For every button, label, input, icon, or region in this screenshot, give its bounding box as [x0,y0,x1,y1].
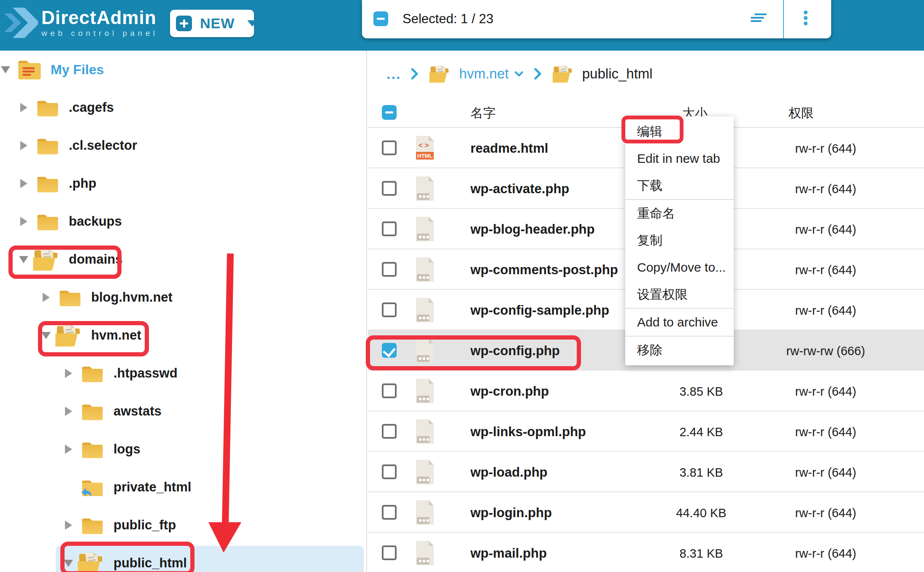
sidebar-item-label: My Files [51,62,104,78]
file-permissions: rw-r-r (644) [760,547,891,561]
row-checkbox[interactable] [382,505,397,520]
file-permissions: rw-r-r (644) [760,425,891,439]
open-folder-icon [77,550,108,572]
row-checkbox[interactable] [382,464,397,479]
caret-collapsed-icon[interactable] [20,217,27,226]
file-name[interactable]: wp-activate.php [470,181,569,197]
row-checkbox[interactable] [382,545,397,560]
file-icon [414,296,435,324]
table-row-wp-login-php[interactable]: wp-login.php44.40 KBrw-r-r (644) [368,492,924,533]
caret-collapsed-icon[interactable] [20,141,27,150]
file-name[interactable]: wp-mail.php [470,546,547,561]
caret-collapsed-icon[interactable] [65,369,72,378]
sidebar-file-tree: My Files .cagefs .cl.selector .php backu… [0,51,367,572]
sidebar-item-hvm-net[interactable]: hvm.net [0,316,366,354]
sidebar-item--php[interactable]: .php [0,165,366,202]
row-checkbox[interactable] [382,181,397,196]
caret-collapsed-icon[interactable] [65,407,72,416]
sidebar-item-label: .php [69,176,96,191]
context-menu-item-edit-in-new-tab[interactable]: Edit in new tab [625,145,734,172]
sidebar-item-label: public_ftp [113,518,176,533]
breadcrumb-chevron-icon [410,67,419,81]
table-row-wp-mail-php[interactable]: wp-mail.php8.31 KBrw-r-r (644) [368,533,924,572]
sidebar-item-logs[interactable]: logs [0,430,366,468]
context-menu-item-移除[interactable]: 移除 [625,337,734,364]
file-name[interactable]: wp-login.php [470,505,552,521]
file-permissions: rw-r-r (644) [760,385,891,399]
symlink-folder-icon [80,478,105,497]
breadcrumb-item-hvm-net[interactable]: hvm.net [459,66,508,82]
file-name[interactable]: readme.html [470,141,548,156]
sidebar-item-label: logs [113,442,140,457]
caret-collapsed-icon[interactable] [20,179,27,188]
file-name[interactable]: wp-config.php [470,343,560,359]
column-header-perms[interactable]: 权限 [789,105,814,122]
context-menu-item-add-to-archive[interactable]: Add to archive [625,309,734,336]
context-menu-item-复制[interactable]: 复制 [625,227,734,254]
breadcrumb-item-public-html: public_html [582,66,653,82]
table-row-wp-cron-php[interactable]: wp-cron.php3.85 KBrw-r-r (644) [368,371,924,411]
sidebar-item-public-ftp[interactable]: public_ftp [0,506,366,544]
header-select-checkbox[interactable] [382,105,397,120]
caret-expanded-icon[interactable] [19,256,28,263]
sidebar-item--htpasswd[interactable]: .htpasswd [0,354,366,392]
context-menu-item-下载[interactable]: 下载 [625,172,734,199]
row-checkbox[interactable] [382,383,397,398]
context-menu-item-设置权限[interactable]: 设置权限 [625,281,734,308]
caret-expanded-icon[interactable] [41,332,51,339]
file-name[interactable]: wp-cron.php [470,384,549,399]
sort-icon[interactable] [751,13,768,26]
caret-expanded-icon[interactable] [64,560,73,567]
row-checkbox[interactable] [382,140,397,155]
sidebar-item-my-files[interactable]: My Files [0,51,366,89]
file-name[interactable]: wp-links-opml.php [470,424,586,440]
context-menu-item-编辑[interactable]: 编辑 [625,118,734,145]
sidebar-item-label: blog.hvm.net [91,290,173,305]
sidebar-item-label: hvm.net [91,328,141,343]
caret-collapsed-icon[interactable] [65,521,72,530]
sidebar-item-backups[interactable]: backups [0,202,366,240]
sidebar-item-blog-hvm-net[interactable]: blog.hvm.net [0,278,366,316]
sidebar-item-awstats[interactable]: awstats [0,392,366,430]
brand: DirectAdmin web control panel [4,3,158,42]
sidebar-item-label: public_html [113,556,187,571]
file-name[interactable]: wp-config-sample.php [470,303,609,318]
more-options-icon[interactable] [804,11,808,28]
row-checkbox[interactable] [382,343,397,358]
context-menu-item-重命名[interactable]: 重命名 [625,200,734,227]
file-name[interactable]: wp-comments-post.php [470,262,618,278]
new-button[interactable]: NEW [170,10,254,37]
new-button-label: NEW [200,15,235,32]
caret-expanded-icon[interactable] [1,66,10,73]
file-permissions: rw-r-r (644) [760,142,891,156]
context-menu-item-copy-move-to-[interactable]: Copy/Move to... [625,254,734,281]
caret-collapsed-icon[interactable] [43,293,50,302]
file-size: 3.81 KB [646,466,756,480]
open-folder-icon [54,323,86,348]
breadcrumb-caret-down-icon[interactable] [514,70,524,77]
breadcrumb-ellipsis[interactable]: ... [386,66,401,82]
folder-icon [35,98,60,118]
column-header-name[interactable]: 名字 [470,105,496,122]
row-checkbox[interactable] [382,424,397,439]
sidebar-item-label: private_html [113,480,191,495]
table-row-wp-links-opml-php[interactable]: wp-links-opml.php2.44 KBrw-r-r (644) [368,411,924,452]
file-name[interactable]: wp-blog-header.php [470,222,595,237]
caret-collapsed-icon[interactable] [20,103,27,112]
select-all-checkbox[interactable] [373,11,388,26]
file-icon [414,175,435,202]
sidebar-item-private-html[interactable]: private_html [0,468,366,506]
caret-collapsed-icon[interactable] [65,445,72,454]
file-permissions: rw-r-r (644) [760,506,891,520]
sidebar-item--cagefs[interactable]: .cagefs [0,89,366,127]
toolbar-divider [783,0,784,38]
file-name[interactable]: wp-load.php [470,465,548,480]
sidebar-item--cl-selector[interactable]: .cl.selector [0,127,366,165]
sidebar-item-domains[interactable]: domains [0,240,366,278]
row-checkbox[interactable] [382,221,397,236]
row-checkbox[interactable] [382,262,397,277]
sidebar-item-public-html[interactable]: public_html [0,544,366,572]
context-menu: 编辑Edit in new tab下载重命名复制Copy/Move to...设… [625,116,734,365]
row-checkbox[interactable] [382,302,397,317]
table-row-wp-load-php[interactable]: wp-load.php3.81 KBrw-r-r (644) [368,452,924,492]
